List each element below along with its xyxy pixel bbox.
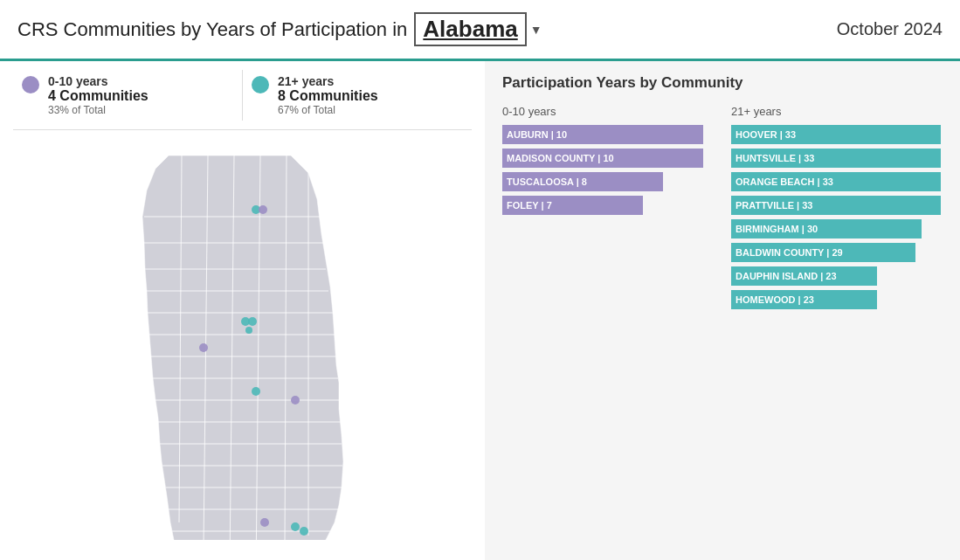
bar-21plus: PRATTVILLE | 33: [731, 196, 941, 215]
map-dot-homewood: [245, 327, 252, 334]
bar-label: MADISON COUNTY | 10: [502, 150, 618, 166]
bar-21plus: HOOVER | 33: [731, 125, 941, 144]
bar-row: ORANGE BEACH | 33: [731, 172, 943, 191]
bar-label: BALDWIN COUNTY | 29: [731, 245, 847, 260]
alabama-map: [116, 147, 369, 540]
legend-dot-0-10: [22, 76, 39, 93]
legend-pct-0-10: 33% of Total: [48, 104, 148, 116]
legend-communities-21plus: 8 Communities: [278, 88, 378, 104]
bar-0-10: TUSCALOOSA | 8: [502, 172, 663, 191]
chart-col2-label: 21+ years: [731, 105, 943, 118]
bar-row: PRATTVILLE | 33: [731, 196, 943, 215]
state-selector[interactable]: Alabama ▼: [414, 12, 542, 46]
bar-label: DAUPHIN ISLAND | 23: [731, 268, 841, 284]
map-dot-auburn: [291, 396, 300, 404]
state-name: Alabama: [414, 12, 526, 46]
bar-label: HUNTSVILLE | 33: [731, 150, 818, 166]
chart-title: Participation Years by Community: [502, 74, 943, 92]
left-panel: 0-10 years 4 Communities 33% of Total 21…: [0, 61, 485, 560]
legend-range-21plus: 21+ years: [278, 74, 378, 88]
chart-col1-label: 0-10 years: [502, 105, 714, 118]
dropdown-arrow-icon[interactable]: ▼: [530, 23, 542, 37]
bar-label: HOOVER | 33: [731, 127, 800, 142]
legend-pct-21plus: 67% of Total: [278, 104, 378, 116]
bar-row: BALDWIN COUNTY | 29: [731, 243, 943, 262]
bar-label: TUSCALOOSA | 8: [502, 174, 591, 190]
legend-dot-21plus: [252, 76, 269, 93]
bar-21plus: ORANGE BEACH | 33: [731, 172, 941, 191]
header-title-group: CRS Communities by Years of Participatio…: [17, 12, 542, 46]
col2-bars: HOOVER | 33 HUNTSVILLE | 33 ORANGE BEACH…: [731, 125, 943, 309]
map-dot-hoover: [248, 317, 257, 326]
map-dot-madison: [259, 205, 267, 214]
bar-row: HOOVER | 33: [731, 125, 943, 144]
legend: 0-10 years 4 Communities 33% of Total 21…: [13, 70, 472, 130]
legend-text-0-10: 0-10 years 4 Communities 33% of Total: [48, 74, 148, 116]
bar-21plus: BALDWIN COUNTY | 29: [731, 243, 915, 262]
bar-21plus: HUNTSVILLE | 33: [731, 149, 941, 168]
bar-label: AUBURN | 10: [502, 127, 571, 142]
legend-communities-0-10: 4 Communities: [48, 88, 148, 104]
map-dot-tuscaloosa: [199, 343, 208, 352]
bar-0-10: MADISON COUNTY | 10: [502, 149, 703, 168]
bar-row: BIRMINGHAM | 30: [731, 219, 943, 239]
bar-row: DAUPHIN ISLAND | 23: [731, 266, 943, 286]
map-counties: [142, 156, 343, 540]
bar-label: BIRMINGHAM | 30: [731, 221, 822, 237]
map-dot-baldwin: [300, 527, 308, 536]
bar-0-10: FOLEY | 7: [502, 196, 643, 215]
legend-range-0-10: 0-10 years: [48, 74, 148, 88]
map-dot-prattville: [252, 387, 260, 396]
date-label: October 2024: [837, 19, 943, 39]
map-container: [13, 135, 472, 551]
chart-col-0-10: 0-10 years AUBURN | 10 MADISON COUNTY | …: [502, 105, 714, 314]
legend-text-21plus: 21+ years 8 Communities 67% of Total: [278, 74, 378, 116]
bar-row: MADISON COUNTY | 10: [502, 149, 714, 168]
page-header: CRS Communities by Years of Participatio…: [0, 0, 960, 61]
bar-0-10: AUBURN | 10: [502, 125, 703, 144]
bar-label: FOLEY | 7: [502, 197, 556, 213]
bar-21plus: HOMEWOOD | 23: [731, 290, 877, 309]
bar-label: HOMEWOOD | 23: [731, 292, 818, 308]
chart-col-21plus: 21+ years HOOVER | 33 HUNTSVILLE | 33 OR…: [731, 105, 943, 314]
bar-row: HUNTSVILLE | 33: [731, 149, 943, 168]
map-dot-orange-beach: [291, 522, 300, 531]
main-content: 0-10 years 4 Communities 33% of Total 21…: [0, 61, 960, 560]
bar-21plus: BIRMINGHAM | 30: [731, 219, 922, 239]
bar-row: FOLEY | 7: [502, 196, 714, 215]
right-panel: Participation Years by Community 0-10 ye…: [485, 61, 960, 560]
bar-21plus: DAUPHIN ISLAND | 23: [731, 266, 877, 286]
chart-area: 0-10 years AUBURN | 10 MADISON COUNTY | …: [502, 105, 943, 314]
map-dot-foley: [260, 518, 269, 527]
col1-bars: AUBURN | 10 MADISON COUNTY | 10 TUSCALOO…: [502, 125, 714, 215]
legend-item-0-10: 0-10 years 4 Communities 33% of Total: [13, 70, 243, 121]
bar-label: PRATTVILLE | 33: [731, 197, 817, 213]
bar-row: HOMEWOOD | 23: [731, 290, 943, 309]
legend-item-21plus: 21+ years 8 Communities 67% of Total: [243, 70, 472, 121]
bar-row: AUBURN | 10: [502, 125, 714, 144]
bar-label: ORANGE BEACH | 33: [731, 174, 838, 190]
title-prefix: CRS Communities by Years of Participatio…: [17, 18, 407, 41]
bar-row: TUSCALOOSA | 8: [502, 172, 714, 191]
